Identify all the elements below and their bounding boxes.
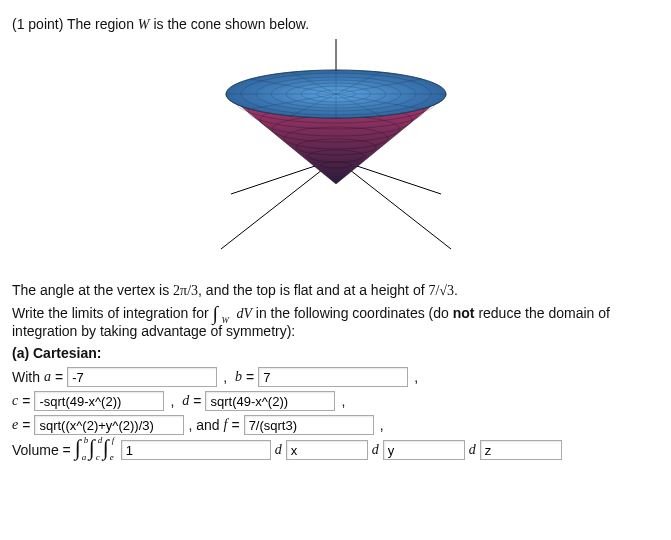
- cone-figure: [12, 39, 659, 272]
- cone-height: 7/√3: [428, 283, 454, 298]
- vertex-description: The angle at the vertex is 2π/3, and the…: [12, 282, 659, 299]
- instructions: Write the limits of integration for ∫W d…: [12, 305, 659, 339]
- instr-not: not: [453, 305, 475, 321]
- d-sym-2: d: [372, 442, 379, 458]
- svg-line-2: [336, 159, 451, 249]
- d-sym-1: d: [275, 442, 282, 458]
- comma: ,: [223, 369, 227, 385]
- instr-a: Write the limits of integration for: [12, 305, 212, 321]
- f-var: f: [224, 417, 228, 433]
- desc-b: , and the top is flat and at a height of: [198, 282, 428, 298]
- instr-b: in the following coordinates (do: [252, 305, 453, 321]
- b-var: b: [235, 369, 242, 385]
- eq: =: [231, 417, 239, 433]
- desc-a: The angle at the vertex is: [12, 282, 173, 298]
- d-sym-3: d: [469, 442, 476, 458]
- triple-integral: ∫ab ∫cd ∫ef: [75, 439, 117, 461]
- cone-svg: [171, 39, 501, 269]
- integral-W: ∫W: [212, 305, 232, 323]
- f-input[interactable]: [244, 415, 374, 435]
- e-input[interactable]: [34, 415, 184, 435]
- part-a-label-text: (a) Cartesian:: [12, 345, 101, 361]
- d1-input[interactable]: [286, 440, 368, 460]
- c-var: c: [12, 393, 18, 409]
- eq: =: [55, 369, 63, 385]
- vertex-angle: 2π/3: [173, 283, 198, 298]
- a-segment: With a =: [12, 367, 217, 387]
- andf: , and: [188, 417, 219, 433]
- a-input[interactable]: [67, 367, 217, 387]
- eq: =: [246, 369, 254, 385]
- intro-suffix: is the cone shown below.: [150, 16, 310, 32]
- part-a-label: (a) Cartesian:: [12, 345, 659, 361]
- region-variable: W: [138, 17, 150, 32]
- d3-input[interactable]: [480, 440, 562, 460]
- c-input[interactable]: [34, 391, 164, 411]
- c-segment: c =: [12, 391, 164, 411]
- problem-intro: (1 point) The region W is the cone shown…: [12, 16, 659, 33]
- dV: dV: [236, 306, 252, 321]
- b-input[interactable]: [258, 367, 408, 387]
- row-ef: e = , and f = ,: [12, 415, 659, 435]
- eq: =: [22, 417, 30, 433]
- eq: =: [193, 393, 201, 409]
- f-segment: f =: [224, 415, 374, 435]
- witha: With: [12, 369, 40, 385]
- integrand-input[interactable]: [121, 440, 271, 460]
- d-segment: d =: [182, 391, 335, 411]
- volume-label: Volume =: [12, 442, 71, 458]
- a-var: a: [44, 369, 51, 385]
- row-ab: With a = , b = ,: [12, 367, 659, 387]
- d-input[interactable]: [205, 391, 335, 411]
- comma: ,: [380, 417, 384, 433]
- comma: ,: [414, 369, 418, 385]
- eq: =: [22, 393, 30, 409]
- svg-line-1: [221, 159, 336, 249]
- b-segment: b =: [235, 367, 408, 387]
- row-volume: Volume = ∫ab ∫cd ∫ef d d d: [12, 439, 659, 461]
- row-cd: c = , d = ,: [12, 391, 659, 411]
- e-var: e: [12, 417, 18, 433]
- comma: ,: [170, 393, 174, 409]
- d-var: d: [182, 393, 189, 409]
- e-segment: e =: [12, 415, 184, 435]
- d2-input[interactable]: [383, 440, 465, 460]
- comma: ,: [341, 393, 345, 409]
- desc-c: .: [454, 282, 458, 298]
- intro-prefix: (1 point) The region: [12, 16, 138, 32]
